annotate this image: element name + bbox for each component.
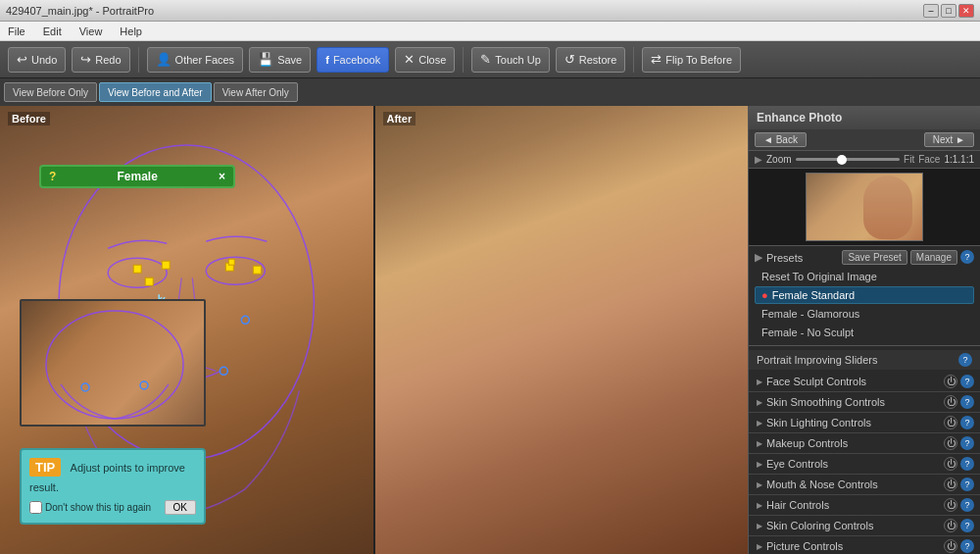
slider-mouth-nose[interactable]: ▶ Mouth & Nose Controls ⏻ ? — [749, 475, 980, 495]
sliders-help-icon[interactable]: ? — [958, 353, 972, 367]
slider-hair[interactable]: ▶ Hair Controls ⏻ ? — [749, 495, 980, 516]
zoom-slider[interactable] — [796, 158, 901, 161]
slider-eye[interactable]: ▶ Eye Controls ⏻ ? — [749, 454, 980, 475]
help-skin-smooth[interactable]: ? — [960, 395, 974, 409]
preset-female-standard[interactable]: ●Female Standard — [755, 286, 974, 304]
thumbnail-area — [749, 169, 980, 246]
svg-point-14 — [46, 311, 183, 419]
presets-help-icon[interactable]: ? — [960, 250, 974, 264]
flip-to-before-button[interactable]: ⇄ Flip To Before — [642, 47, 741, 73]
menu-help[interactable]: Help — [116, 25, 146, 38]
zoom-face-button[interactable]: Face — [918, 154, 940, 165]
minimize-button[interactable]: – — [923, 4, 939, 18]
help-picture[interactable]: ? — [960, 539, 974, 553]
tip-checkbox-input[interactable] — [29, 501, 42, 514]
zoom-fit-button[interactable]: Fit — [904, 154, 914, 165]
touch-up-button[interactable]: ✎ Touch Up — [471, 47, 549, 73]
view-toggle-bar: View Before Only View Before and After V… — [0, 78, 980, 106]
close-window-button[interactable]: ✕ — [958, 4, 974, 18]
restore-button[interactable]: ↺ Restore — [556, 47, 626, 73]
preset-dot: ● — [761, 289, 768, 301]
before-label: Before — [8, 112, 50, 126]
inset-overlay — [22, 301, 206, 427]
view-before-after-button[interactable]: View Before and After — [99, 82, 212, 102]
main-area: Before — [0, 106, 980, 554]
power-mouth[interactable]: ⏻ — [944, 478, 957, 491]
view-before-only-button[interactable]: View Before Only — [4, 82, 97, 102]
undo-button[interactable]: ↩ Undo — [8, 47, 66, 73]
menu-bar: File Edit View Help — [0, 22, 980, 41]
help-skin-light[interactable]: ? — [960, 416, 974, 429]
power-skin-color[interactable]: ⏻ — [944, 519, 957, 532]
close-button[interactable]: ✕ Close — [395, 47, 455, 73]
maximize-button[interactable]: □ — [941, 4, 956, 18]
sliders-section: Portrait Improving Sliders ? ▶ Face Scul… — [749, 346, 980, 554]
preset-female-glamorous[interactable]: Female - Glamorous — [755, 305, 974, 323]
power-skin-smooth[interactable]: ⏻ — [944, 395, 957, 409]
slider-icons-face: ⏻ ? — [944, 375, 974, 388]
thumbnail-image — [806, 173, 923, 241]
tip-ok-button[interactable]: OK — [165, 500, 196, 515]
slider-icons-hair: ⏻ ? — [944, 498, 974, 512]
zoom-label: Zoom — [766, 154, 792, 165]
redo-button[interactable]: ↪ Redo — [72, 47, 129, 73]
slider-skin-coloring[interactable]: ▶ Skin Coloring Controls ⏻ ? — [749, 516, 980, 536]
help-makeup[interactable]: ? — [960, 436, 974, 450]
slider-icons-mouth: ⏻ ? — [944, 478, 974, 491]
power-picture[interactable]: ⏻ — [944, 539, 957, 553]
help-hair[interactable]: ? — [960, 498, 974, 512]
slider-icons-picture: ⏻ ? — [944, 539, 974, 553]
presets-header: ▶ Presets Save Preset Manage ? — [755, 250, 974, 265]
window-title: 429407_main.jpg* - PortraitPro — [6, 5, 154, 17]
before-panel: Before — [0, 106, 375, 554]
sliders-title: Portrait Improving Sliders — [757, 354, 878, 366]
slider-picture[interactable]: ▶ Picture Controls ⏻ ? — [749, 536, 980, 554]
menu-edit[interactable]: Edit — [39, 25, 66, 38]
zoom-bar: ▶ Zoom Fit Face 1:1.1:1 — [749, 151, 980, 169]
tip-checkbox-label[interactable]: Don't show this tip again — [29, 501, 151, 514]
gender-close-button[interactable]: × — [219, 170, 225, 183]
menu-view[interactable]: View — [75, 25, 107, 38]
save-button[interactable]: 💾 Save — [249, 47, 311, 73]
slider-arrow-eye: ▶ — [757, 460, 762, 469]
slider-arrow-makeup: ▶ — [757, 439, 762, 448]
slider-skin-smoothing[interactable]: ▶ Skin Smoothing Controls ⏻ ? — [749, 392, 980, 413]
slider-icons-skin-color: ⏻ ? — [944, 519, 974, 532]
power-eye[interactable]: ⏻ — [944, 457, 957, 471]
zoom-thumb[interactable] — [837, 155, 847, 165]
title-bar: 429407_main.jpg* - PortraitPro – □ ✕ — [0, 0, 980, 22]
sliders-header: Portrait Improving Sliders ? — [749, 350, 980, 370]
slider-skin-lighting[interactable]: ▶ Skin Lighting Controls ⏻ ? — [749, 413, 980, 433]
next-button[interactable]: Next ► — [924, 132, 974, 147]
slider-label-makeup: Makeup Controls — [766, 437, 944, 449]
facebook-button[interactable]: f Facebook — [317, 47, 389, 73]
slider-arrow-skin-color: ▶ — [757, 522, 762, 530]
back-button[interactable]: ◄ Back — [755, 132, 807, 147]
power-face-sculpt[interactable]: ⏻ — [944, 375, 957, 388]
preset-reset[interactable]: Reset To Original Image — [755, 268, 974, 285]
tip-header: TIP — [29, 458, 61, 477]
power-makeup[interactable]: ⏻ — [944, 436, 957, 450]
slider-makeup[interactable]: ▶ Makeup Controls ⏻ ? — [749, 433, 980, 454]
other-faces-button[interactable]: 👤 Other Faces — [147, 47, 244, 73]
help-face-sculpt[interactable]: ? — [960, 375, 974, 388]
help-eye[interactable]: ? — [960, 457, 974, 471]
view-after-only-button[interactable]: View After Only — [214, 82, 298, 102]
help-skin-color[interactable]: ? — [960, 519, 974, 532]
help-mouth[interactable]: ? — [960, 478, 974, 491]
save-preset-button[interactable]: Save Preset — [842, 250, 906, 265]
power-hair[interactable]: ⏻ — [944, 498, 957, 512]
toolbar-sep-3 — [633, 47, 634, 73]
x-icon: ✕ — [404, 52, 415, 67]
before-photo-bg: Before — [0, 106, 373, 554]
slider-arrow-skin-light: ▶ — [757, 419, 762, 428]
facebook-icon: f — [325, 54, 329, 66]
manage-presets-button[interactable]: Manage — [910, 250, 957, 265]
menu-file[interactable]: File — [4, 25, 29, 38]
slider-face-sculpt[interactable]: ▶ Face Sculpt Controls ⏻ ? — [749, 372, 980, 392]
preset-female-no-sculpt[interactable]: Female - No Sculpt — [755, 324, 974, 341]
power-skin-light[interactable]: ⏻ — [944, 416, 957, 429]
nav-bar: ◄ Back Next ► — [749, 129, 980, 151]
gender-text: Female — [117, 170, 157, 183]
flip-icon: ⇄ — [651, 52, 662, 67]
